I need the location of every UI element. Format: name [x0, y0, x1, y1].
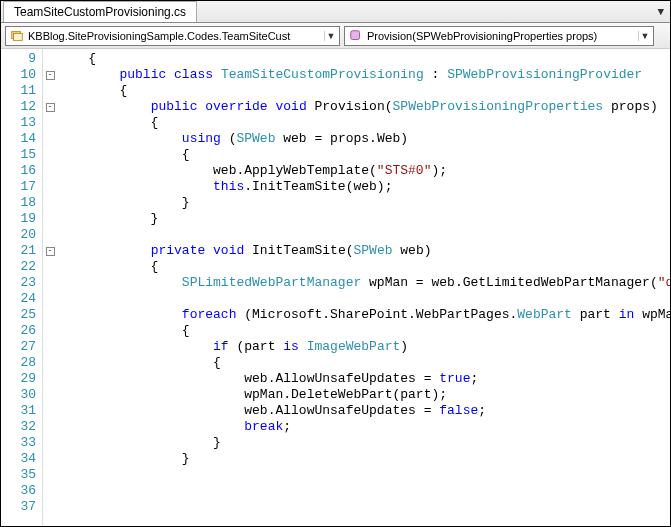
code-line[interactable]: public override void Provision(SPWebProv… — [57, 99, 670, 115]
tab-dropdown-icon[interactable]: ▼ — [657, 6, 664, 18]
line-number: 9 — [1, 51, 36, 67]
fold-marker — [43, 467, 57, 483]
fold-marker — [43, 355, 57, 371]
code-line[interactable]: private void InitTeamSite(SPWeb web) — [57, 243, 670, 259]
fold-marker[interactable]: - — [43, 243, 57, 259]
code-line[interactable]: { — [57, 51, 670, 67]
fold-marker — [43, 435, 57, 451]
line-number: 33 — [1, 435, 36, 451]
line-number-gutter: 9101112131415161718192021222324252627282… — [1, 49, 43, 526]
code-area[interactable]: { public class TeamSiteCustomProvisionin… — [57, 49, 670, 526]
line-number: 19 — [1, 211, 36, 227]
line-number: 25 — [1, 307, 36, 323]
code-line[interactable]: wpMan.DeleteWebPart(part); — [57, 387, 670, 403]
fold-marker — [43, 371, 57, 387]
fold-marker — [43, 387, 57, 403]
code-line[interactable]: break; — [57, 419, 670, 435]
fold-marker — [43, 403, 57, 419]
line-number: 36 — [1, 483, 36, 499]
fold-marker — [43, 419, 57, 435]
code-line[interactable]: web.AllowUnsafeUpdates = true; — [57, 371, 670, 387]
fold-marker — [43, 275, 57, 291]
fold-column[interactable]: --- — [43, 49, 57, 526]
fold-marker — [43, 163, 57, 179]
svg-rect-1 — [14, 33, 23, 40]
line-number: 15 — [1, 147, 36, 163]
navigation-bar: KBBlog.SiteProvisioningSample.Codes.Team… — [1, 23, 670, 49]
fold-marker — [43, 259, 57, 275]
fold-marker[interactable]: - — [43, 67, 57, 83]
fold-marker — [43, 451, 57, 467]
line-number: 10 — [1, 67, 36, 83]
code-line[interactable]: { — [57, 323, 670, 339]
line-number: 26 — [1, 323, 36, 339]
line-number: 32 — [1, 419, 36, 435]
fold-marker — [43, 83, 57, 99]
code-line[interactable]: SPLimitedWebPartManager wpMan = web.GetL… — [57, 275, 670, 291]
chevron-down-icon: ▼ — [324, 31, 337, 41]
code-line[interactable]: { — [57, 115, 670, 131]
line-number: 12 — [1, 99, 36, 115]
code-line[interactable] — [57, 227, 670, 243]
code-line[interactable]: { — [57, 147, 670, 163]
fold-marker — [43, 483, 57, 499]
fold-marker — [43, 291, 57, 307]
fold-marker[interactable]: - — [43, 99, 57, 115]
line-number: 11 — [1, 83, 36, 99]
chevron-down-icon: ▼ — [638, 31, 651, 41]
code-line[interactable]: if (part is ImageWebPart) — [57, 339, 670, 355]
fold-marker — [43, 211, 57, 227]
member-dropdown[interactable]: Provision(SPWebProvisioningProperties pr… — [344, 26, 654, 46]
code-line[interactable]: { — [57, 83, 670, 99]
code-line[interactable]: } — [57, 211, 670, 227]
line-number: 30 — [1, 387, 36, 403]
fold-marker — [43, 195, 57, 211]
code-line[interactable]: } — [57, 451, 670, 467]
fold-marker — [43, 115, 57, 131]
fold-marker — [43, 179, 57, 195]
line-number: 27 — [1, 339, 36, 355]
code-line[interactable]: web.ApplyWebTemplate("STS#0"); — [57, 163, 670, 179]
line-number: 29 — [1, 371, 36, 387]
fold-marker — [43, 323, 57, 339]
code-line[interactable] — [57, 291, 670, 307]
fold-marker — [43, 227, 57, 243]
line-number: 20 — [1, 227, 36, 243]
code-editor[interactable]: 9101112131415161718192021222324252627282… — [1, 49, 670, 526]
line-number: 37 — [1, 499, 36, 515]
class-icon — [10, 29, 24, 43]
code-line[interactable]: public class TeamSiteCustomProvisioning … — [57, 67, 670, 83]
code-line[interactable]: } — [57, 195, 670, 211]
file-tab-label: TeamSiteCustomProvisioning.cs — [14, 5, 186, 19]
code-line[interactable]: { — [57, 259, 670, 275]
fold-marker — [43, 51, 57, 67]
type-dropdown-label: KBBlog.SiteProvisioningSample.Codes.Team… — [28, 30, 324, 42]
line-number: 31 — [1, 403, 36, 419]
line-number: 23 — [1, 275, 36, 291]
code-line[interactable]: this.InitTeamSite(web); — [57, 179, 670, 195]
code-line[interactable]: { — [57, 355, 670, 371]
code-line[interactable] — [57, 499, 670, 515]
code-line[interactable]: } — [57, 435, 670, 451]
code-line[interactable] — [57, 483, 670, 499]
svg-rect-2 — [351, 30, 360, 39]
fold-marker — [43, 147, 57, 163]
type-dropdown[interactable]: KBBlog.SiteProvisioningSample.Codes.Team… — [5, 26, 340, 46]
method-icon — [349, 29, 363, 43]
code-line[interactable]: using (SPWeb web = props.Web) — [57, 131, 670, 147]
code-line[interactable]: foreach (Microsoft.SharePoint.WebPartPag… — [57, 307, 670, 323]
fold-marker — [43, 499, 57, 515]
line-number: 18 — [1, 195, 36, 211]
fold-marker — [43, 131, 57, 147]
line-number: 16 — [1, 163, 36, 179]
line-number: 22 — [1, 259, 36, 275]
code-line[interactable]: web.AllowUnsafeUpdates = false; — [57, 403, 670, 419]
tab-bar: TeamSiteCustomProvisioning.cs ▼ — [1, 1, 670, 23]
line-number: 17 — [1, 179, 36, 195]
line-number: 24 — [1, 291, 36, 307]
fold-marker — [43, 307, 57, 323]
fold-marker — [43, 339, 57, 355]
line-number: 34 — [1, 451, 36, 467]
file-tab[interactable]: TeamSiteCustomProvisioning.cs — [3, 1, 197, 22]
code-line[interactable] — [57, 467, 670, 483]
